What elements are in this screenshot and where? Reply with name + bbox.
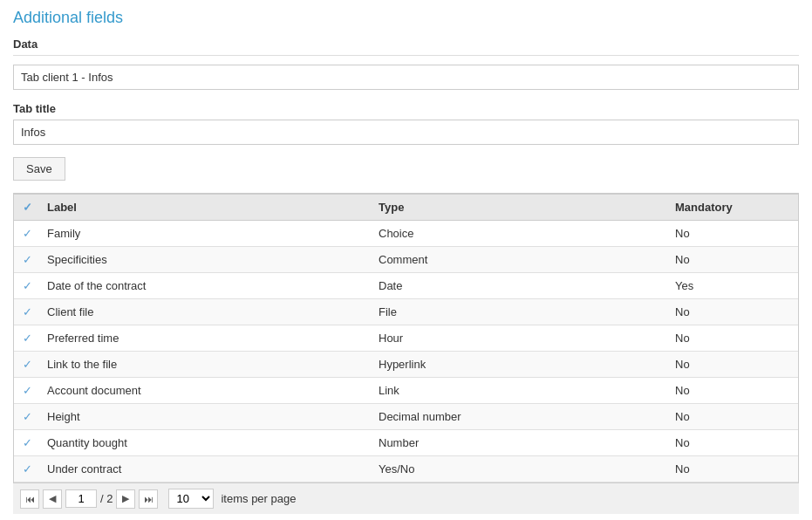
table-row: ✓Client fileFileNo: [14, 299, 798, 325]
row-type: Comment: [372, 247, 668, 273]
next-page-button[interactable]: ▶: [116, 489, 135, 509]
last-page-button[interactable]: ⏭︎: [139, 489, 158, 509]
data-table: ✓ Label Type Mandatory ✓FamilyChoiceNo✓S…: [14, 194, 798, 482]
col-check-header: ✓: [14, 195, 40, 221]
check-icon: ✓: [23, 462, 32, 476]
table-row: ✓FamilyChoiceNo: [14, 221, 798, 247]
table-wrapper: ✓ Label Type Mandatory ✓FamilyChoiceNo✓S…: [13, 193, 799, 482]
check-icon: ✓: [23, 332, 32, 345]
row-type: Hour: [372, 325, 668, 352]
check-icon: ✓: [23, 305, 32, 318]
row-type: Choice: [372, 221, 668, 247]
row-label: Preferred time: [40, 325, 372, 352]
row-mandatory: No: [668, 221, 798, 247]
row-check[interactable]: ✓: [14, 430, 40, 456]
header-check-icon: ✓: [23, 201, 32, 214]
tab-title-input[interactable]: [13, 120, 799, 145]
row-check[interactable]: ✓: [14, 299, 40, 325]
check-icon: ✓: [23, 436, 32, 449]
row-mandatory: No: [668, 325, 798, 352]
table-row: ✓Under contractYes/NoNo: [14, 456, 798, 482]
row-mandatory: No: [668, 456, 798, 482]
table-row: ✓Preferred timeHourNo: [14, 325, 798, 352]
data-input[interactable]: [13, 65, 799, 90]
table-row: ✓Quantity boughtNumberNo: [14, 430, 798, 456]
row-label: Date of the contract: [40, 273, 372, 299]
row-mandatory: No: [668, 247, 798, 273]
first-page-button[interactable]: ⏮︎: [20, 489, 39, 509]
items-per-page-label: items per page: [221, 492, 296, 505]
row-label: Specificities: [40, 247, 372, 273]
page-title: Additional fields: [13, 9, 799, 27]
data-section: Data: [13, 38, 799, 90]
row-mandatory: No: [668, 430, 798, 456]
row-check[interactable]: ✓: [14, 404, 40, 430]
tab-title-section: Tab title: [13, 102, 799, 145]
row-type: Date: [372, 273, 668, 299]
row-type: Hyperlink: [372, 352, 668, 378]
col-label-header: Label: [40, 195, 372, 221]
data-label: Data: [13, 38, 799, 51]
row-check[interactable]: ✓: [14, 325, 40, 352]
page-input[interactable]: [65, 489, 97, 508]
prev-page-button[interactable]: ◀: [43, 489, 62, 509]
row-check[interactable]: ✓: [14, 273, 40, 299]
row-mandatory: No: [668, 299, 798, 325]
row-type: File: [372, 299, 668, 325]
table-row: ✓Date of the contractDateYes: [14, 273, 798, 299]
row-check[interactable]: ✓: [14, 221, 40, 247]
check-icon: ✓: [23, 410, 32, 423]
tab-title-label: Tab title: [13, 102, 799, 115]
page-container: Additional fields Data Tab title Save ✓ …: [0, 0, 812, 520]
row-type: Yes/No: [372, 456, 668, 482]
row-check[interactable]: ✓: [14, 247, 40, 273]
row-mandatory: No: [668, 404, 798, 430]
page-total: / 2: [100, 492, 113, 505]
row-label: Quantity bought: [40, 430, 372, 456]
row-check[interactable]: ✓: [14, 378, 40, 404]
pagination-bar: ⏮︎ ◀ / 2 ▶ ⏭︎ 10 25 50 100 items per pag…: [13, 482, 799, 514]
data-divider: [13, 55, 799, 56]
table-row: ✓HeightDecimal numberNo: [14, 404, 798, 430]
row-label: Under contract: [40, 456, 372, 482]
check-icon: ✓: [23, 227, 32, 240]
table-row: ✓Link to the fileHyperlinkNo: [14, 352, 798, 378]
col-type-header: Type: [372, 195, 668, 221]
row-mandatory: No: [668, 378, 798, 404]
col-mandatory-header: Mandatory: [668, 195, 798, 221]
table-row: ✓Account documentLinkNo: [14, 378, 798, 404]
check-icon: ✓: [23, 358, 32, 371]
check-icon: ✓: [23, 279, 32, 292]
row-type: Link: [372, 378, 668, 404]
row-label: Link to the file: [40, 352, 372, 378]
row-label: Family: [40, 221, 372, 247]
row-label: Account document: [40, 378, 372, 404]
row-type: Number: [372, 430, 668, 456]
row-label: Height: [40, 404, 372, 430]
row-check[interactable]: ✓: [14, 456, 40, 482]
save-button[interactable]: Save: [13, 157, 65, 181]
table-header-row: ✓ Label Type Mandatory: [14, 195, 798, 221]
check-icon: ✓: [23, 253, 32, 266]
table-row: ✓SpecificitiesCommentNo: [14, 247, 798, 273]
row-check[interactable]: ✓: [14, 352, 40, 378]
row-label: Client file: [40, 299, 372, 325]
check-icon: ✓: [23, 384, 32, 397]
table-body: ✓FamilyChoiceNo✓SpecificitiesCommentNo✓D…: [14, 221, 798, 482]
row-mandatory: No: [668, 352, 798, 378]
row-type: Decimal number: [372, 404, 668, 430]
per-page-select[interactable]: 10 25 50 100: [168, 489, 214, 509]
row-mandatory: Yes: [668, 273, 798, 299]
